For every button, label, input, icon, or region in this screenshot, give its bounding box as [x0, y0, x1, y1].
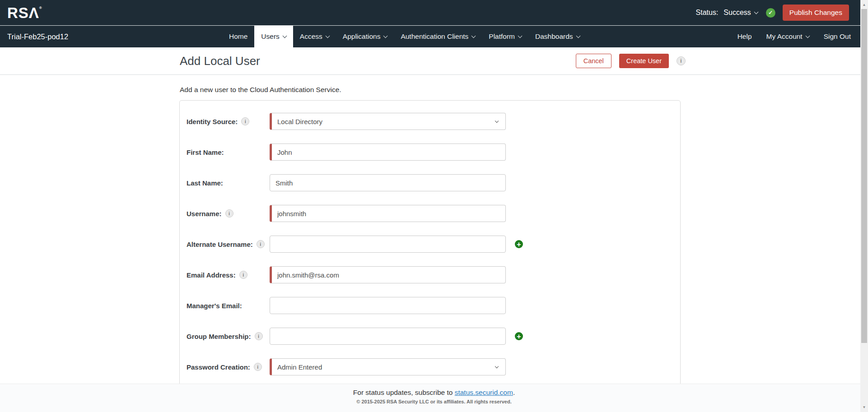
nav-right: Help My Account Sign Out	[737, 26, 851, 47]
title-actions: Cancel Create User i	[576, 54, 686, 68]
nav-menu: Home Users Access Applications Authentic…	[222, 26, 587, 47]
success-check-icon: ✓	[766, 8, 775, 18]
footer-text: .	[513, 389, 515, 396]
info-icon[interactable]: i	[254, 363, 262, 371]
password-creation-select[interactable]: Admin Entered	[270, 358, 506, 375]
nav-item-users[interactable]: Users	[254, 26, 293, 47]
tenant-name: Trial-Feb25-pod12	[7, 26, 68, 47]
password-creation-label: Password Creation:	[187, 363, 250, 371]
nav-item-my-account[interactable]: My Account	[766, 32, 809, 41]
alternate-username-label: Alternate Username:	[187, 241, 253, 248]
email-address-label: Email Address:	[187, 271, 236, 279]
nav-item-platform[interactable]: Platform	[482, 26, 528, 47]
create-user-button[interactable]: Create User	[619, 54, 669, 68]
chevron-down-icon	[471, 34, 476, 38]
page-info-icon[interactable]: i	[677, 56, 686, 65]
rsa-logo[interactable]: RSΛ®	[7, 5, 42, 20]
selected-value: Admin Entered	[277, 363, 322, 371]
scroll-up-icon[interactable]: ▲	[860, 1, 868, 9]
form-row-password-creation: Password Creation: i Admin Entered	[187, 358, 680, 375]
chevron-down-icon	[495, 119, 499, 123]
form-row-identity-source: Identity Source: i Local Directory	[187, 113, 680, 130]
scroll-down-icon[interactable]: ▼	[860, 403, 868, 411]
add-alternate-username-button[interactable]: +	[515, 240, 523, 248]
nav-item-home[interactable]: Home	[222, 26, 254, 47]
form-row-group-membership: Group Membership: i +	[187, 328, 680, 345]
form-row-username: Username: i	[187, 205, 680, 222]
page-title-bar: Add Local User Cancel Create User i	[0, 47, 868, 75]
chevron-down-icon	[325, 34, 330, 38]
form-row-email-address: Email Address: i	[187, 266, 680, 283]
form-row-managers-email: Manager's Email:	[187, 297, 680, 314]
footer-text: For status updates, subscribe to	[353, 389, 455, 396]
last-name-input[interactable]	[270, 174, 506, 191]
info-icon[interactable]: i	[239, 271, 247, 279]
info-icon[interactable]: i	[225, 209, 233, 218]
scrollbar-thumb[interactable]	[861, 9, 867, 343]
first-name-input[interactable]	[270, 144, 506, 161]
add-group-membership-button[interactable]: +	[515, 332, 523, 340]
vertical-scrollbar[interactable]: ▲ ▼	[860, 0, 868, 412]
top-bar: RSΛ® Status: Success ✓ Publish Changes	[0, 0, 868, 26]
alternate-username-input[interactable]	[270, 236, 506, 253]
chevron-down-icon	[383, 34, 388, 38]
chevron-down-icon	[754, 10, 758, 14]
status-subscribe-line: For status updates, subscribe to status.…	[0, 389, 868, 397]
form-row-first-name: First Name:	[187, 144, 680, 161]
info-icon[interactable]: i	[257, 240, 265, 248]
info-icon[interactable]: i	[255, 332, 263, 340]
status-dropdown[interactable]: Success	[723, 9, 757, 17]
nav-item-access[interactable]: Access	[293, 26, 336, 47]
username-input[interactable]	[270, 205, 506, 222]
cancel-button[interactable]: Cancel	[576, 54, 611, 68]
registered-mark: ®	[39, 6, 42, 10]
chevron-down-icon	[495, 365, 499, 368]
form-row-alternate-username: Alternate Username: i +	[187, 236, 680, 253]
rsa-logo-text: RSΛ	[7, 5, 39, 21]
group-membership-input[interactable]	[270, 328, 506, 345]
status-label: Status:	[696, 9, 719, 17]
info-icon[interactable]: i	[241, 117, 249, 125]
group-membership-label: Group Membership:	[187, 333, 251, 340]
add-user-form-panel: Identity Source: i Local Directory First…	[179, 100, 681, 384]
managers-email-label: Manager's Email:	[187, 302, 242, 310]
nav-item-authentication-clients[interactable]: Authentication Clients	[394, 26, 482, 47]
last-name-label: Last Name:	[187, 179, 223, 187]
footer: For status updates, subscribe to status.…	[0, 384, 868, 412]
nav-label: Access	[300, 32, 322, 41]
nav-label: Platform	[489, 32, 515, 41]
username-label: Username:	[187, 210, 222, 218]
nav-label: Applications	[343, 32, 381, 41]
managers-email-input[interactable]	[270, 297, 506, 314]
status-securid-link[interactable]: status.securid.com	[455, 389, 513, 396]
chevron-down-icon	[805, 34, 810, 38]
chevron-down-icon	[518, 34, 523, 38]
nav-label: Home	[229, 32, 247, 41]
nav-item-dashboards[interactable]: Dashboards	[528, 26, 587, 47]
first-name-label: First Name:	[187, 148, 224, 156]
email-address-input[interactable]	[270, 266, 506, 283]
identity-source-select[interactable]: Local Directory	[270, 113, 506, 130]
top-bar-right: Status: Success ✓ Publish Changes	[696, 5, 849, 21]
copyright-text: © 2015-2025 RSA Security LLC or its affi…	[0, 399, 868, 404]
status-value: Success	[723, 9, 751, 17]
nav-item-sign-out[interactable]: Sign Out	[824, 32, 851, 41]
main-nav: Trial-Feb25-pod12 Home Users Access Appl…	[0, 26, 868, 47]
page-title: Add Local User	[180, 54, 260, 68]
form-row-last-name: Last Name:	[187, 174, 680, 191]
nav-label: Users	[261, 32, 279, 41]
app-window: RSΛ® Status: Success ✓ Publish Changes T…	[0, 0, 868, 412]
chevron-down-icon	[282, 34, 287, 38]
main-content: Add a new user to the Cloud Authenticati…	[0, 75, 868, 384]
nav-item-help[interactable]: Help	[737, 32, 752, 41]
nav-label: Dashboards	[535, 32, 573, 41]
identity-source-label: Identity Source:	[187, 118, 238, 125]
nav-item-applications[interactable]: Applications	[336, 26, 394, 47]
nav-label: Authentication Clients	[401, 32, 468, 41]
selected-value: Local Directory	[277, 118, 322, 125]
chevron-down-icon	[576, 34, 580, 38]
page-subtitle: Add a new user to the Cloud Authenticati…	[180, 86, 341, 94]
nav-label: My Account	[766, 32, 803, 41]
publish-changes-button[interactable]: Publish Changes	[783, 5, 849, 21]
